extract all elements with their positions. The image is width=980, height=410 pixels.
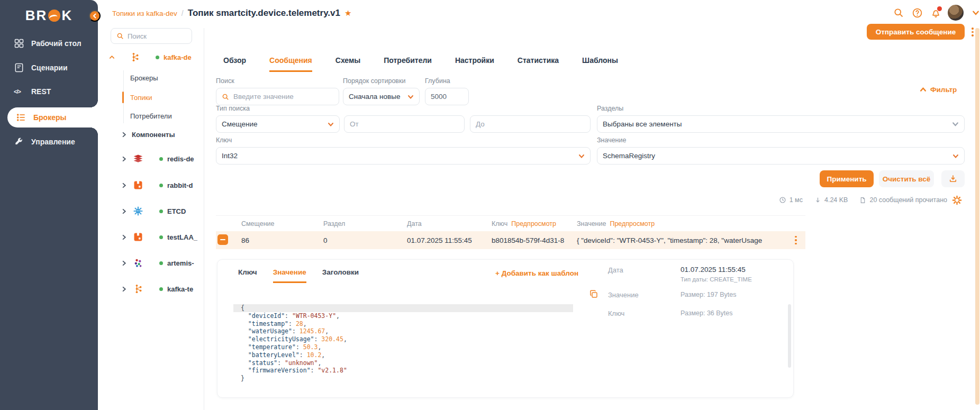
panel-divider <box>204 28 204 410</box>
main-sidebar: BRK Рабочий стол Сценарии </> REST Броке… <box>0 0 98 410</box>
notifications-bell-icon[interactable] <box>929 6 942 19</box>
filter-collapse-toggle[interactable]: Фильтр <box>920 86 957 94</box>
tree-node-kafka-te[interactable]: kafka-te <box>121 282 200 296</box>
offset-to-input[interactable] <box>476 120 585 128</box>
tree-search-box[interactable] <box>111 28 192 44</box>
tree-node-components[interactable]: Компоненты <box>121 128 175 141</box>
message-search-box[interactable] <box>216 88 339 105</box>
sidebar-item-label: Управление <box>31 138 75 146</box>
message-row[interactable]: 86 0 01.07.2025 11:55:45 b801854b-579f-4… <box>216 231 805 249</box>
partitions-select[interactable]: Выбраны все элементы <box>597 115 965 133</box>
search-icon[interactable] <box>892 6 905 19</box>
page-title: Топик smartcity.device.telemetry.v1 <box>188 8 340 19</box>
chevron-right-icon[interactable] <box>121 183 127 188</box>
detail-tabs: Ключ Значение Заголовки <box>238 268 359 283</box>
app-window: BRK Рабочий стол Сценарии </> REST Броке… <box>0 0 980 410</box>
sidebar-item-label: REST <box>31 87 51 96</box>
sidebar-item-label: Брокеры <box>33 113 66 122</box>
value-type-select[interactable]: SchemaRegistry <box>597 147 965 165</box>
collapse-row-button[interactable] <box>217 234 228 245</box>
status-dot <box>159 157 163 161</box>
breadcrumb-separator: / <box>182 9 184 17</box>
chevron-right-icon[interactable] <box>121 208 127 214</box>
table-header-row: Смещение Раздел Дата Ключ Предпросмотр З… <box>216 215 805 231</box>
tab-schemas[interactable]: Схемы <box>335 56 360 72</box>
cell-key: b801854b-579f-4d31-8 <box>492 236 577 244</box>
key-type-select[interactable]: Int32 <box>216 147 591 165</box>
sidebar-item-management[interactable]: Управление <box>0 131 98 152</box>
chevron-right-icon[interactable] <box>121 286 127 292</box>
sidebar-item-label: Рабочий стол <box>31 39 81 48</box>
sidebar-item-rest[interactable]: </> REST <box>0 81 98 102</box>
elapsed-time-value: 1 мс <box>790 196 803 204</box>
detail-tab-value[interactable]: Значение <box>273 268 306 283</box>
chevron-down-icon[interactable] <box>969 6 980 19</box>
tree-node-rabbitmq[interactable]: rabbit-d <box>121 178 200 192</box>
offset-from-input[interactable] <box>350 120 459 128</box>
chevron-up-icon <box>920 86 927 93</box>
table-settings-gear-icon[interactable] <box>951 195 963 208</box>
sidebar-item-brokers[interactable]: Брокеры <box>7 107 98 127</box>
detail-tab-headers[interactable]: Заголовки <box>322 268 359 283</box>
more-options-icon[interactable] <box>972 28 974 37</box>
tab-settings[interactable]: Настройки <box>455 56 494 72</box>
chevron-right-icon[interactable] <box>121 260 127 266</box>
tree-node-artemis[interactable]: artemis- <box>121 256 200 270</box>
sidebar-item-scenarios[interactable]: Сценарии <box>0 57 98 78</box>
send-message-button[interactable]: Отправить сообщение <box>867 24 965 40</box>
chevron-up-icon[interactable] <box>109 54 115 60</box>
partitions-label: Разделы <box>597 105 623 112</box>
tab-consumers[interactable]: Потребители <box>384 56 432 72</box>
copy-icon[interactable] <box>589 289 598 301</box>
status-dot <box>159 235 163 239</box>
chevron-down-icon <box>407 94 414 100</box>
sidebar-collapse-button[interactable] <box>89 10 101 22</box>
tab-templates[interactable]: Шаблоны <box>582 56 618 72</box>
apply-button[interactable]: Применить <box>820 170 874 187</box>
detail-tab-key[interactable]: Ключ <box>238 268 257 283</box>
tree-item-topics[interactable]: Топики <box>130 92 152 103</box>
help-icon[interactable] <box>911 6 923 19</box>
tree-node-testlaa[interactable]: testLAA_ <box>121 230 200 244</box>
tree-search-input[interactable] <box>128 32 180 40</box>
value-preview-link[interactable]: Предпросмотр <box>610 220 655 227</box>
tab-statistics[interactable]: Статистика <box>518 56 559 72</box>
tree-node-redis[interactable]: redis-de <box>121 152 200 166</box>
clear-all-button[interactable]: Очистить всё <box>879 170 934 187</box>
json-code[interactable]: { "deviceId": "WTR-0453-Y", "timestamp":… <box>233 302 573 387</box>
download-button[interactable] <box>941 170 965 187</box>
page-scrollbar[interactable] <box>975 28 979 405</box>
chevron-right-icon[interactable] <box>121 132 127 138</box>
column-header-offset[interactable]: Смещение <box>241 220 323 227</box>
search-type-select[interactable]: Смещение <box>216 115 340 133</box>
offset-from-field[interactable] <box>344 115 465 133</box>
tree-node-label: kafka-te <box>167 285 200 293</box>
tree-node-etcd[interactable]: ETCD <box>121 204 200 218</box>
elapsed-time-stat: 1 мс <box>779 196 803 204</box>
column-header-date[interactable]: Дата <box>407 220 492 227</box>
chevron-right-icon[interactable] <box>121 234 127 240</box>
key-preview-link[interactable]: Предпросмотр <box>511 220 556 227</box>
depth-field[interactable]: 5000 <box>425 88 469 105</box>
tree-item-consumers[interactable]: Потребители <box>130 110 172 122</box>
messages-table: Смещение Раздел Дата Ключ Предпросмотр З… <box>216 215 805 249</box>
search-field-label: Поиск <box>216 77 234 85</box>
sort-order-select[interactable]: Сначала новые <box>343 88 420 105</box>
favorite-star-icon[interactable]: ★ <box>344 8 351 18</box>
user-avatar[interactable] <box>948 5 964 21</box>
sidebar-item-desktop[interactable]: Рабочий стол <box>0 33 98 54</box>
message-search-input[interactable] <box>233 93 333 101</box>
tree-node-label: redis-de <box>167 155 200 163</box>
tree-node-kafka-dev[interactable]: kafka-de <box>109 50 196 64</box>
add-as-template-link[interactable]: + Добавить как шаблон <box>495 269 578 277</box>
code-scrollbar[interactable] <box>788 304 791 368</box>
row-menu-icon[interactable] <box>786 236 805 245</box>
offset-to-field[interactable] <box>470 115 591 133</box>
tab-overview[interactable]: Обзор <box>223 56 246 72</box>
tab-messages[interactable]: Сообщения <box>269 56 312 72</box>
breadcrumb-parent-link[interactable]: Топики из kafka-dev <box>112 10 177 17</box>
code-brackets-icon: </> <box>14 88 24 95</box>
tree-item-brokers[interactable]: Брокеры <box>130 72 158 84</box>
column-header-partition[interactable]: Раздел <box>323 220 407 227</box>
chevron-right-icon[interactable] <box>121 156 127 162</box>
